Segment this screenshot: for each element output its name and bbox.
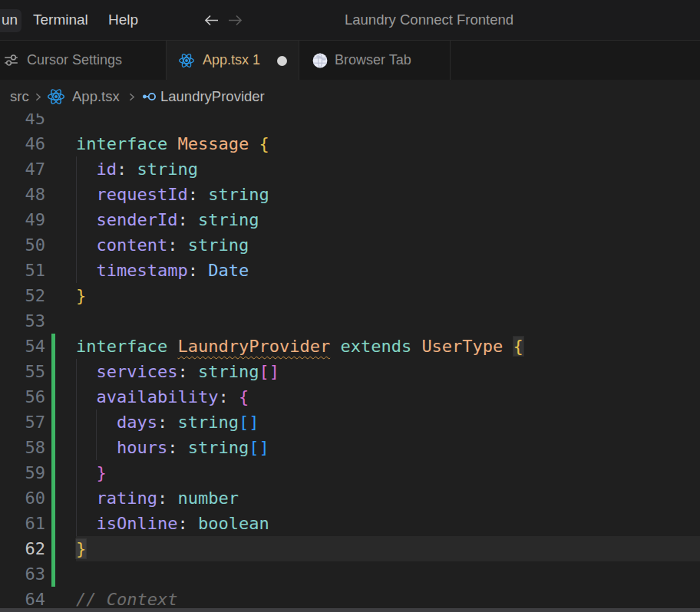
code-line-content[interactable]: interface LaundryProvider extends UserTy…	[76, 334, 700, 359]
code-line-51[interactable]: 51 timestamp: Date	[0, 258, 700, 283]
back-arrow-icon[interactable]	[203, 12, 220, 29]
breadcrumb-item-laundryprovider[interactable]: LaundryProvider	[160, 80, 265, 114]
code-line-56[interactable]: 56 availability: {	[0, 384, 700, 410]
line-number: 49	[25, 207, 46, 232]
editor-gutter[interactable]: 49	[0, 207, 76, 232]
editor-gutter[interactable]: 51	[0, 258, 76, 283]
code-line-48[interactable]: 48 requestId: string	[0, 182, 700, 207]
tab-app-tsx[interactable]: App.tsx 1	[166, 41, 299, 80]
menu-item-run[interactable]: un	[2, 0, 18, 40]
git-modified-indicator	[51, 460, 55, 485]
warning-squiggle-token: LaundryProvider	[177, 337, 330, 356]
editor-gutter[interactable]: 61	[0, 511, 76, 536]
line-number: 52	[25, 283, 46, 308]
code-line-54[interactable]: 54interface LaundryProvider extends User…	[0, 334, 700, 359]
code-token: extends	[340, 337, 411, 356]
tab-label: Cursor Settings	[27, 41, 122, 80]
editor-gutter[interactable]: 52	[0, 283, 76, 308]
interface-icon	[143, 80, 156, 114]
editor-gutter[interactable]: 47	[0, 156, 76, 182]
code-line-content[interactable]: hours: string[]	[76, 435, 700, 460]
code-line-55[interactable]: 55 services: string[]	[0, 359, 700, 384]
code-token	[198, 261, 208, 280]
code-line-content[interactable]: senderId: string	[76, 207, 700, 232]
code-line-content[interactable]: id: string	[76, 156, 700, 182]
editor-gutter[interactable]: 57	[0, 410, 76, 435]
indent-guide	[96, 435, 97, 460]
code-line-content[interactable]	[76, 114, 700, 131]
code-line-61[interactable]: 61 isOnline: boolean	[0, 511, 700, 536]
code-line-content[interactable]: requestId: string	[76, 182, 700, 207]
code-line-62[interactable]: 62}	[0, 536, 700, 561]
code-line-content[interactable]: timestamp: Date	[76, 258, 700, 283]
code-token: availability	[97, 387, 219, 406]
code-line-content[interactable]: isOnline: boolean	[76, 511, 700, 536]
code-line-59[interactable]: 59 }	[0, 460, 700, 485]
code-line-content[interactable]: days: string[]	[76, 410, 700, 435]
editor-gutter[interactable]: 50	[0, 232, 76, 258]
code-token: {	[239, 387, 249, 406]
chevron-right-icon	[126, 91, 137, 103]
code-token: number	[177, 489, 238, 508]
code-line-content[interactable]: }	[76, 283, 700, 308]
code-token: string	[188, 235, 249, 255]
code-line-content[interactable]: availability: {	[76, 384, 700, 410]
editor-gutter[interactable]: 63	[0, 561, 76, 587]
editor-gutter[interactable]: 58	[0, 435, 76, 460]
editor-gutter[interactable]: 54	[0, 334, 76, 359]
code-line-50[interactable]: 50 content: string	[0, 232, 700, 258]
code-line-content[interactable]: }	[76, 460, 700, 485]
editor-gutter[interactable]: 62	[0, 536, 76, 561]
editor-gutter[interactable]: 53	[0, 308, 76, 334]
code-line-60[interactable]: 60 rating: number	[0, 485, 700, 511]
indent-guide	[76, 410, 77, 435]
code-line-content[interactable]: services: string[]	[76, 359, 700, 384]
breadcrumb-item-src[interactable]: src	[10, 80, 29, 114]
code-line-content[interactable]	[76, 561, 700, 587]
code-token: interface	[76, 134, 167, 153]
menu-item-terminal[interactable]: Terminal	[33, 0, 88, 40]
modified-dot-icon[interactable]	[277, 56, 287, 66]
editor-gutter[interactable]: 60	[0, 485, 76, 511]
code-line-52[interactable]: 52}	[0, 283, 700, 308]
menu-item-help[interactable]: Help	[108, 0, 138, 40]
editor-gutter[interactable]: 56	[0, 384, 76, 410]
code-line-45[interactable]: 45	[0, 114, 700, 131]
code-line-content[interactable]: rating: number	[76, 485, 700, 511]
line-number: 53	[25, 308, 46, 334]
editor-gutter[interactable]: 59	[0, 460, 76, 485]
code-token: rating	[97, 489, 157, 508]
git-modified-indicator	[51, 485, 55, 511]
code-line-content[interactable]	[76, 308, 700, 334]
panel-top-border	[0, 608, 700, 612]
git-modified-indicator	[51, 359, 55, 384]
code-line-content[interactable]: interface Message {	[76, 131, 700, 156]
editor-gutter[interactable]: 46	[0, 131, 76, 156]
code-line-content[interactable]: }	[76, 536, 700, 561]
tab-cursor-settings[interactable]: Cursor Settings	[0, 41, 166, 80]
react-icon	[47, 87, 65, 106]
tab-browser-tab[interactable]: Browser Tab	[299, 41, 450, 80]
editor-gutter[interactable]: 45	[0, 114, 76, 131]
code-line-58[interactable]: 58 hours: string[]	[0, 435, 700, 460]
editor-gutter[interactable]: 48	[0, 182, 76, 207]
editor[interactable]: 4546interface Message {47 id: string48 r…	[0, 114, 700, 612]
breadcrumb-item-app-tsx[interactable]: App.tsx	[72, 80, 120, 114]
code-token	[76, 185, 97, 204]
chevron-right-icon	[32, 91, 44, 103]
code-token: :	[177, 514, 187, 533]
code-token: []	[259, 362, 279, 381]
code-line-53[interactable]: 53	[0, 308, 700, 334]
menu-item-label: Help	[108, 12, 138, 28]
indent-guide	[96, 410, 97, 435]
code-line-46[interactable]: 46interface Message {	[0, 131, 700, 156]
editor-gutter[interactable]: 55	[0, 359, 76, 384]
code-line-63[interactable]: 63	[0, 561, 700, 587]
git-modified-indicator	[51, 511, 55, 536]
code-line-57[interactable]: 57 days: string[]	[0, 410, 700, 435]
code-line-47[interactable]: 47 id: string	[0, 156, 700, 182]
code-line-49[interactable]: 49 senderId: string	[0, 207, 700, 232]
forward-arrow-icon[interactable]	[226, 12, 244, 29]
code-line-content[interactable]: content: string	[76, 232, 700, 258]
interface-icon	[143, 92, 156, 101]
